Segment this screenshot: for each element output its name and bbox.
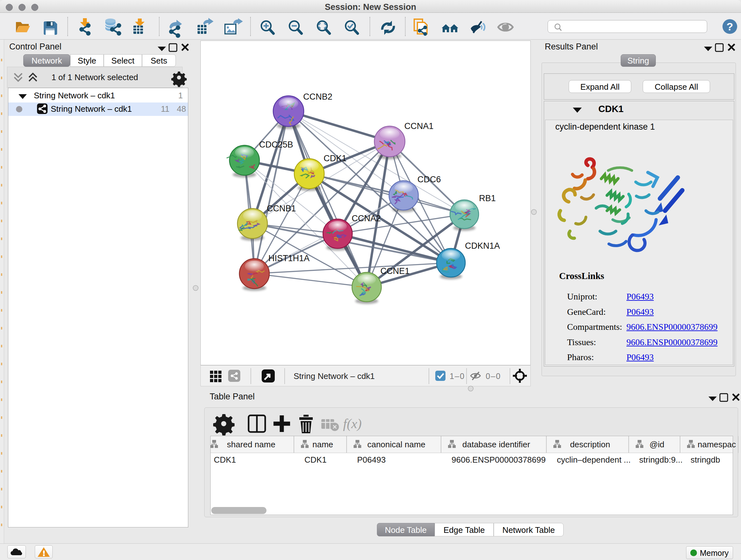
svg-text:name: name	[313, 440, 333, 449]
svg-text:namespac: namespac	[697, 440, 736, 449]
svg-text:String Network – cdk1: String Network – cdk1	[293, 371, 375, 381]
svg-text:1 – 0: 1 – 0	[450, 372, 464, 381]
svg-text:CCNA2: CCNA2	[352, 213, 381, 223]
svg-text:shared name: shared name	[227, 440, 275, 449]
svg-text:stringdb: stringdb	[690, 455, 720, 464]
svg-text:database identifier: database identifier	[462, 440, 530, 449]
svg-text:@id: @id	[650, 440, 664, 449]
svg-text:RB1: RB1	[479, 193, 496, 203]
svg-text:stringdb:9...: stringdb:9...	[639, 455, 683, 464]
svg-text:CCNB1: CCNB1	[267, 204, 296, 213]
svg-text:CDKN1A: CDKN1A	[465, 241, 500, 251]
svg-text:0 – 0: 0 – 0	[486, 372, 500, 381]
svg-text:description: description	[570, 440, 610, 449]
svg-text:CDC6: CDC6	[417, 175, 441, 184]
svg-text:CCNE1: CCNE1	[381, 266, 410, 276]
svg-text:CDK1: CDK1	[305, 455, 327, 464]
svg-text:canonical name: canonical name	[367, 440, 425, 449]
svg-text:CCNA1: CCNA1	[404, 121, 434, 131]
svg-text:CDC25B: CDC25B	[259, 140, 293, 149]
svg-text:9606.ENSP00000378699: 9606.ENSP00000378699	[452, 455, 546, 464]
svg-text:cyclin–dependent ...: cyclin–dependent ...	[557, 455, 630, 464]
svg-text:HIST1H1A: HIST1H1A	[268, 253, 310, 263]
svg-text:P06493: P06493	[357, 455, 386, 464]
svg-text:CDK1: CDK1	[214, 455, 236, 464]
svg-text:CCNB2: CCNB2	[303, 92, 333, 102]
svg-text:CDK1: CDK1	[324, 153, 347, 163]
